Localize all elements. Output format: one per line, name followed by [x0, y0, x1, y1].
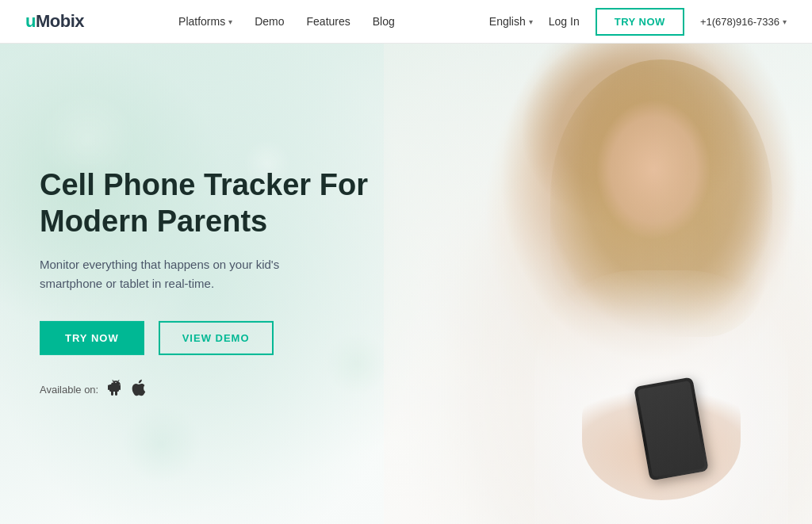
header-right: English ▾ Log In TRY NOW +1(678)916-7336…: [489, 8, 787, 36]
android-icon: [108, 379, 124, 400]
try-now-button-header[interactable]: TRY NOW: [596, 8, 684, 36]
nav-blog[interactable]: Blog: [373, 15, 395, 28]
site-header: uMobix Platforms ▾ Demo Features Blog En…: [0, 0, 812, 44]
hero-section: Cell Phone Tracker For Modern Parents Mo…: [0, 44, 812, 524]
try-now-button-hero[interactable]: TRY NOW: [40, 321, 144, 355]
apple-icon: [132, 379, 146, 400]
logo-u: u: [25, 11, 36, 31]
login-link[interactable]: Log In: [549, 15, 580, 28]
hero-button-group: TRY NOW VIEW DEMO: [40, 321, 373, 355]
nav-platforms[interactable]: Platforms ▾: [178, 15, 232, 28]
hero-title: Cell Phone Tracker For Modern Parents: [40, 167, 373, 239]
hero-content: Cell Phone Tracker For Modern Parents Mo…: [40, 167, 373, 400]
language-selector[interactable]: English ▾: [489, 15, 533, 28]
bokeh-circle-4: [122, 404, 201, 484]
platform-icons: [108, 379, 146, 400]
logo[interactable]: uMobix: [25, 11, 84, 32]
svg-point-0: [113, 382, 113, 383]
chevron-down-icon: ▾: [529, 17, 533, 26]
view-demo-button[interactable]: VIEW DEMO: [159, 321, 274, 355]
nav-features[interactable]: Features: [307, 15, 350, 28]
available-label: Available on:: [40, 384, 98, 396]
chevron-down-icon: ▾: [783, 17, 787, 26]
hero-subtitle: Monitor everything that happens on your …: [40, 255, 325, 293]
svg-point-1: [116, 382, 117, 383]
nav-demo[interactable]: Demo: [255, 15, 284, 28]
hero-woman-image: [384, 44, 812, 524]
chevron-down-icon: ▾: [228, 17, 232, 26]
available-on-row: Available on:: [40, 379, 373, 400]
logo-mobix: Mobix: [36, 11, 84, 31]
phone-number[interactable]: +1(678)916-7336 ▾: [700, 16, 787, 28]
main-nav: Platforms ▾ Demo Features Blog: [178, 15, 395, 28]
